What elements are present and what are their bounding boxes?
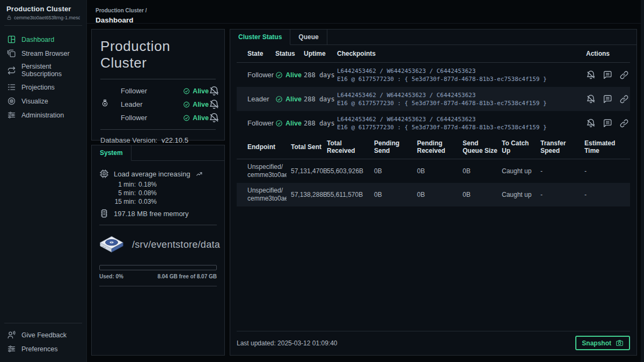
- bell-slash-icon[interactable]: [209, 113, 219, 123]
- actions-cell: [582, 119, 630, 128]
- uptime-cell: 288 days: [304, 120, 337, 127]
- col-send-queue-size: Send Queue Size: [463, 139, 502, 154]
- breadcrumb[interactable]: Production Cluster /: [96, 8, 147, 13]
- load-label: 1 min:: [111, 180, 136, 189]
- check-circle-icon: [275, 120, 283, 127]
- checkpoint-line2: E16 @ 6177577230 : { 5e3d730f-877d-4678-…: [337, 123, 582, 131]
- node-alerts[interactable]: [209, 113, 219, 123]
- checkpoint-line1: L6442453462 / W6442453623 / C6442453623: [337, 67, 582, 75]
- snapshot-label: Snapshot: [582, 339, 611, 347]
- node-alerts[interactable]: [209, 86, 219, 97]
- load-1min: 1 min: 0.18%: [111, 180, 217, 189]
- disk-icon: [99, 234, 124, 255]
- check-circle-icon: [183, 87, 190, 95]
- node-role: Leader: [121, 100, 183, 108]
- sidebar-item-preferences[interactable]: Preferences: [0, 342, 86, 356]
- sidebar-item-label: Persistent Subscriptions: [21, 63, 79, 78]
- node-status-label: Alive: [193, 114, 209, 122]
- leader-slot: [100, 99, 121, 110]
- sidebar-item-label: Preferences: [21, 345, 57, 353]
- status-label: Alive: [286, 120, 302, 127]
- sidebar-item-label: Give Feedback: [21, 331, 67, 339]
- transfer-speed-cell: -: [540, 167, 584, 175]
- sidebar-item-visualize[interactable]: Visualize: [0, 94, 86, 108]
- logs-icon[interactable]: [603, 119, 612, 128]
- sidebar-item-administration[interactable]: Administration: [0, 108, 86, 122]
- system-divider: [99, 225, 217, 225]
- status-cell: Alive: [275, 95, 304, 103]
- database-version-value: v22.10.5: [162, 136, 216, 144]
- tab-system[interactable]: System: [92, 145, 131, 161]
- sidebar-item-dashboard[interactable]: Dashboard: [0, 33, 86, 46]
- overview-title: Production Cluster: [100, 35, 216, 79]
- sidebar-item-give-feedback[interactable]: Give Feedback: [0, 328, 86, 342]
- status-cell: Alive: [275, 71, 304, 79]
- tab-cluster-status[interactable]: Cluster Status: [230, 29, 290, 45]
- load-label: 15 min:: [111, 197, 136, 206]
- load-value: 0.03%: [138, 197, 217, 206]
- logs-icon[interactable]: [603, 70, 612, 80]
- tab-queue[interactable]: Queue: [290, 29, 327, 45]
- cluster-overview-panel: Production Cluster Follower Alive: [91, 29, 225, 141]
- cluster-endpoint: cemme3to0aet653ltrng-1.mesdb....: [6, 15, 80, 20]
- node-status-label: Alive: [193, 101, 209, 108]
- send-queue-cell: 0B: [463, 191, 502, 198]
- pending-send-cell: 0B: [374, 191, 417, 198]
- system-divider: [99, 286, 217, 286]
- cpu-icon: [99, 169, 109, 179]
- lock-icon: [6, 15, 12, 20]
- check-circle-icon: [275, 95, 283, 103]
- load-15min: 15 min: 0.03%: [111, 197, 217, 206]
- node-row: Follower Alive: [100, 84, 216, 98]
- status-row-leader: Leader Alive 288 days L6442453462 / W644…: [237, 87, 630, 111]
- load-label: 5 min:: [111, 189, 136, 197]
- sidebar-item-stream-browser[interactable]: Stream Browser: [0, 47, 86, 60]
- link-icon[interactable]: [619, 70, 629, 80]
- checkpoint-line1: L6442453462 / W6442453623 / C6442453623: [337, 115, 582, 123]
- endpoint-line2: cemme3to0aet6: [247, 195, 287, 203]
- node-list: Follower Alive: [100, 79, 216, 130]
- col-state: State: [247, 50, 275, 57]
- system-panel: System Load average increasing 1 min: 0.…: [91, 145, 225, 356]
- bell-slash-icon[interactable]: [209, 86, 219, 97]
- link-icon[interactable]: [619, 94, 629, 104]
- state-cell: Follower: [247, 71, 275, 79]
- col-uptime: Uptime: [304, 50, 337, 57]
- sidebar-item-projections[interactable]: Projections: [0, 80, 86, 94]
- state-cell: Follower: [247, 119, 275, 127]
- last-updated: Last updated: 2025-03-12 01:09:40: [237, 339, 338, 347]
- sidebar-item-label: Visualize: [21, 98, 48, 105]
- status-cell: Alive: [275, 120, 304, 127]
- link-icon[interactable]: [619, 119, 629, 128]
- sidebar-item-label: Administration: [21, 112, 64, 119]
- dashboard-icon: [7, 35, 16, 44]
- checkpoint-line2: E16 @ 6177577230 : { 5e3d730f-877d-4678-…: [337, 75, 582, 83]
- page-title: Dashboard: [96, 16, 644, 24]
- bell-slash-icon[interactable]: [586, 70, 596, 80]
- scrollbar-track[interactable]: [641, 0, 644, 362]
- disk-usage-labels: Used: 0% 8.04 GB free of 8.07 GB: [99, 274, 217, 279]
- eye-icon: [7, 97, 16, 106]
- database-version-row: Database Version: v22.10.5: [100, 134, 216, 146]
- snapshot-button[interactable]: Snapshot: [575, 336, 630, 350]
- node-role: Follower: [121, 87, 183, 95]
- transfer-speed-cell: -: [540, 191, 584, 198]
- node-alerts[interactable]: [209, 99, 219, 110]
- col-checkpoints: Checkpoints: [337, 50, 582, 57]
- sidebar-item-persistent-subscriptions[interactable]: Persistent Subscriptions: [0, 61, 86, 80]
- check-circle-icon: [183, 101, 190, 108]
- actions-cell: [582, 70, 630, 80]
- bell-slash-icon[interactable]: [586, 119, 596, 128]
- to-catch-up-cell: Caught up: [502, 191, 540, 198]
- bell-slash-icon[interactable]: [586, 94, 596, 104]
- uptime-cell: 288 days: [304, 71, 337, 79]
- app-root: Production Cluster cemme3to0aet653ltrng-…: [0, 0, 644, 362]
- logs-icon[interactable]: [603, 94, 612, 104]
- bell-slash-icon[interactable]: [209, 99, 219, 110]
- list-icon: [7, 83, 16, 92]
- check-circle-icon: [275, 71, 283, 79]
- cluster-header: Production Cluster cemme3to0aet653ltrng-…: [0, 0, 86, 25]
- pending-received-cell: 0B: [417, 167, 463, 175]
- endpoint-line2: cemme3to0aet6: [247, 171, 287, 179]
- panel-footer: Last updated: 2025-03-12 01:09:40 Snapsh…: [237, 331, 630, 355]
